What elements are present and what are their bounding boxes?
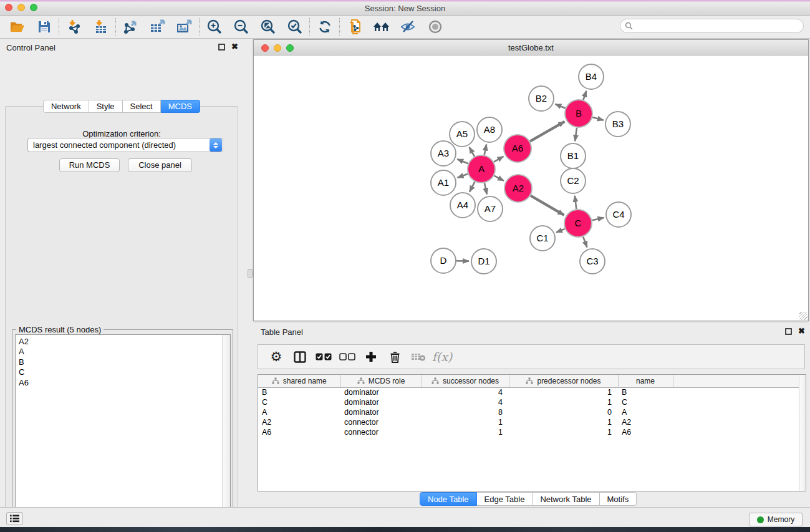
tab-network-table[interactable]: Network Table [533, 492, 599, 506]
mcds-result-item[interactable]: C [16, 367, 230, 377]
table-settings-button[interactable]: ⚙ [264, 346, 288, 367]
table-scrollbar[interactable] [799, 375, 806, 491]
tab-style[interactable]: Style [89, 100, 123, 113]
export-network-button[interactable] [117, 17, 144, 37]
table-header-row[interactable]: shared nameMCDS rolesuccessor nodesprede… [258, 375, 799, 387]
table-cell[interactable]: B [618, 387, 673, 397]
close-table-panel-icon[interactable]: ✖ [798, 327, 805, 335]
network-window-titlebar[interactable]: testGlobe.txt [254, 40, 808, 56]
table-cell[interactable]: 4 [422, 387, 509, 397]
edge-A-A8[interactable] [485, 145, 487, 155]
table-row[interactable]: Adominator80A [258, 407, 799, 417]
table-cell[interactable]: 0 [509, 407, 618, 417]
edge-C-C1[interactable] [556, 229, 565, 233]
function-builder-button[interactable]: f(x) [430, 346, 454, 367]
edge-A-A4[interactable] [470, 181, 475, 191]
tab-mcds[interactable]: MCDS [161, 100, 200, 113]
close-window-button[interactable] [5, 4, 12, 11]
deselect-all-button[interactable] [335, 346, 359, 367]
panel-split-grip[interactable] [248, 269, 253, 278]
zoom-selected-button[interactable] [281, 17, 308, 37]
table-cell[interactable]: 1 [509, 387, 618, 397]
refresh-button[interactable] [311, 17, 338, 37]
table-row[interactable]: Cdominator41C [258, 397, 799, 407]
column-header-name[interactable]: name [618, 375, 673, 387]
edge-A-A6[interactable] [494, 157, 503, 162]
select-all-button[interactable] [312, 346, 335, 367]
edge-A-A1[interactable] [458, 174, 468, 178]
table-cell[interactable]: connector [340, 417, 422, 427]
column-header-shared-name[interactable]: shared name [258, 375, 340, 387]
edge-C-C4[interactable] [592, 218, 604, 220]
table-cell[interactable]: 4 [422, 397, 509, 407]
zoom-in-button[interactable] [201, 17, 228, 37]
export-image-button[interactable] [171, 17, 198, 37]
edge-A-A5[interactable] [470, 147, 475, 157]
first-neighbors-button[interactable] [368, 17, 395, 37]
edge-A-A7[interactable] [485, 183, 487, 194]
maximize-window-button[interactable] [30, 4, 37, 11]
mcds-result-item[interactable]: A2 [16, 335, 230, 347]
edge-A2-C[interactable] [531, 196, 564, 215]
export-table-button[interactable] [144, 17, 171, 37]
new-network-from-selection-button[interactable] [341, 17, 368, 37]
column-header-predecessor-nodes[interactable]: predecessor nodes [509, 375, 618, 387]
table-cell[interactable]: 1 [509, 397, 618, 407]
mcds-list-scrollbar[interactable] [222, 335, 230, 532]
mcds-result-item[interactable]: A6 [16, 378, 230, 388]
edge-C-C3[interactable] [583, 237, 587, 248]
table-cell[interactable]: connector [340, 427, 422, 437]
table-row[interactable]: A2connector11A2 [258, 417, 799, 427]
table-cell[interactable]: A2 [618, 417, 673, 427]
tab-motifs[interactable]: Motifs [600, 492, 637, 506]
delete-column-button[interactable] [383, 346, 407, 367]
edge-B-B4[interactable] [583, 91, 586, 100]
table-cell[interactable]: C [618, 397, 673, 407]
delete-table-button[interactable] [407, 346, 430, 367]
table-row[interactable]: Bdominator41B [258, 387, 799, 397]
network-close-button[interactable] [261, 44, 269, 52]
network-minimize-button[interactable] [274, 44, 281, 52]
task-history-button[interactable] [6, 512, 23, 525]
search-field[interactable] [620, 19, 804, 33]
mcds-result-item[interactable]: A [16, 347, 230, 357]
table-cell[interactable]: A [258, 407, 340, 417]
edge-C-C2[interactable] [575, 196, 577, 209]
edge-A-A2[interactable] [494, 176, 504, 181]
table-cell[interactable]: dominator [340, 387, 422, 397]
table-cell[interactable]: dominator [340, 407, 422, 417]
run-mcds-button[interactable]: Run MCDS [59, 158, 120, 172]
memory-button[interactable]: Memory [749, 513, 803, 526]
tab-edge-table[interactable]: Edge Table [477, 492, 533, 506]
add-column-button[interactable] [359, 346, 383, 367]
table-cell[interactable]: B [258, 387, 340, 397]
optimization-criterion-select[interactable]: largest connected component (directed) [27, 138, 223, 152]
edge-B-B3[interactable] [592, 117, 604, 120]
close-panel-icon[interactable]: ✖ [231, 43, 238, 51]
open-session-button[interactable] [4, 17, 31, 37]
network-canvas[interactable]: AA1A2A3A4A5A6A7A8BB1B2B3B4CC1C2C3C4DD1 [254, 56, 808, 321]
import-table-button[interactable] [87, 17, 114, 37]
table-cell[interactable]: dominator [340, 397, 422, 407]
table-cell[interactable]: A6 [258, 427, 340, 437]
table-cell[interactable]: A2 [258, 417, 340, 427]
window-resize-grip[interactable] [799, 312, 808, 320]
table-cell[interactable]: 1 [509, 417, 618, 427]
float-panel-icon[interactable] [218, 44, 225, 51]
zoom-fit-button[interactable] [254, 17, 281, 37]
table-cell[interactable]: 1 [509, 427, 618, 437]
table-cell[interactable]: A6 [618, 427, 673, 437]
mcds-result-item[interactable]: B [16, 357, 230, 367]
tab-network[interactable]: Network [43, 100, 89, 113]
show-all-button[interactable] [422, 17, 448, 37]
edge-A-A3[interactable] [457, 159, 468, 163]
network-maximize-button[interactable] [286, 44, 294, 52]
mcds-result-list[interactable]: A2ABCA6 [15, 334, 231, 532]
tab-node-table[interactable]: Node Table [420, 492, 477, 506]
table-cell[interactable]: 1 [422, 427, 509, 437]
edge-A6-B[interactable] [530, 122, 564, 142]
minimize-window-button[interactable] [17, 4, 25, 11]
tab-select[interactable]: Select [123, 100, 161, 113]
zoom-out-button[interactable] [228, 17, 254, 37]
search-input[interactable] [635, 21, 803, 32]
